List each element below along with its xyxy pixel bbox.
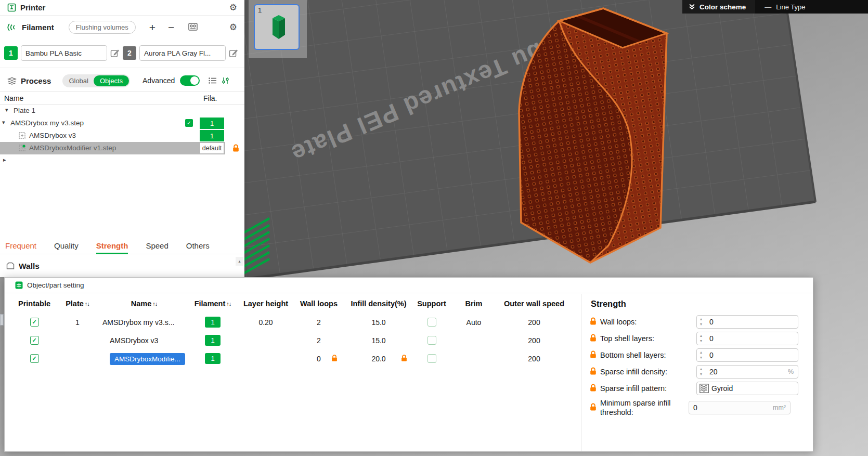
- printable-checkbox[interactable]: ✓: [30, 336, 39, 345]
- global-objects-toggle[interactable]: Global Objects: [62, 74, 130, 87]
- advanced-label: Advanced: [142, 76, 175, 85]
- advanced-toggle[interactable]: [180, 75, 200, 86]
- table-row[interactable]: ✓ 1 AMSDrybox my v3.s... 1 0.20 2 15.0 A…: [5, 313, 581, 331]
- lock-icon[interactable]: [401, 354, 407, 363]
- flushing-volumes-button[interactable]: Flushing volumes: [69, 21, 136, 34]
- tree-row-amsdrybox-v3[interactable]: AMSDrybox v3 1: [0, 129, 244, 142]
- printer-icon: [7, 3, 16, 12]
- selected-name-chip[interactable]: AMSDryboxModifie...: [110, 353, 185, 365]
- ams-icon[interactable]: [188, 22, 198, 32]
- filament-2-edit-icon[interactable]: [229, 48, 238, 58]
- color-scheme-dropdown[interactable]: Color scheme: [682, 0, 755, 14]
- filament-chip[interactable]: 1: [205, 353, 221, 364]
- col-brim: Brim: [465, 299, 482, 308]
- lock-icon[interactable]: [590, 384, 597, 393]
- setting-label: Top shell layers:: [600, 334, 696, 343]
- spinner[interactable]: ▴▾: [700, 367, 702, 377]
- dialog-title-bar[interactable]: Object/part setting: [5, 278, 813, 293]
- toggle-global[interactable]: Global: [63, 75, 94, 86]
- gyroid-pattern-icon: [699, 384, 709, 393]
- col-plate[interactable]: Plate↑↓: [66, 299, 89, 308]
- scroll-up-button[interactable]: ▲: [236, 257, 243, 266]
- panel-edge-handle[interactable]: [0, 314, 4, 325]
- setting-label: Sparse infill density:: [600, 367, 696, 376]
- wall-loops-input[interactable]: ▴▾ 0: [696, 315, 798, 329]
- table-row-selected[interactable]: ✓ AMSDryboxModifie... 1 0 20.0: [5, 349, 581, 368]
- col-filament[interactable]: Filament↑↓: [195, 299, 231, 308]
- setting-min-infill-threshold: Minimum sparse infill threshold: 0 mm²: [590, 398, 798, 417]
- printable-checkbox[interactable]: ✓: [30, 354, 39, 363]
- sort-icon: ↑↓: [85, 301, 89, 307]
- caret-down-icon[interactable]: ▾: [2, 119, 5, 126]
- tab-frequent[interactable]: Frequent: [5, 237, 36, 254]
- caret-right-icon[interactable]: ▸: [3, 157, 6, 163]
- spinner[interactable]: ▴▾: [700, 350, 702, 360]
- process-section-header: Process Global Objects Advanced: [0, 71, 244, 90]
- setting-label: Bottom shell layers:: [600, 350, 696, 360]
- setting-label: Sparse infill pattern:: [600, 384, 696, 393]
- tree-row-collapsed[interactable]: ▸: [0, 154, 244, 167]
- speed-cell: 200: [528, 336, 540, 345]
- top-shell-layers-input[interactable]: ▴▾ 0: [696, 332, 798, 345]
- tree-row-modifier[interactable]: AMSDryboxModifier v1.step default: [0, 142, 244, 154]
- filament-chip[interactable]: 1: [205, 335, 221, 346]
- tune-sliders-icon[interactable]: [222, 77, 230, 84]
- filament-1-select[interactable]: Bambu PLA Basic: [21, 45, 107, 61]
- add-filament-button[interactable]: +: [149, 22, 156, 33]
- caret-down-icon[interactable]: ▾: [5, 107, 8, 113]
- tree-row-label: AMSDrybox my v3.step: [10, 119, 84, 127]
- process-tabs: Frequent Quality Strength Speed Others: [0, 237, 244, 254]
- lock-icon[interactable]: [590, 317, 597, 327]
- lock-icon[interactable]: [590, 403, 597, 412]
- tab-speed[interactable]: Speed: [146, 237, 168, 254]
- filament-2-select[interactable]: Aurora PLA Gray Fl...: [139, 45, 226, 61]
- visibility-checkbox[interactable]: ✓: [185, 119, 193, 127]
- filament-cell[interactable]: 1: [200, 130, 224, 141]
- line-type-dropdown[interactable]: — Line Type: [755, 0, 868, 14]
- plate-right-edge: [769, 0, 815, 202]
- object-tree: Name Fila. ▾ Plate 1 ▾ AMSDrybox my v3.s…: [0, 92, 244, 167]
- support-checkbox[interactable]: [427, 354, 436, 363]
- sparse-infill-density-input[interactable]: ▴▾ 20 %: [696, 365, 798, 379]
- drybox-model[interactable]: [519, 8, 667, 263]
- filament-1-color-swatch[interactable]: 1: [4, 46, 18, 60]
- tree-row-plate-1[interactable]: ▾ Plate 1: [0, 105, 244, 117]
- lock-icon[interactable]: [590, 334, 597, 343]
- toggle-objects[interactable]: Objects: [94, 75, 129, 86]
- lock-icon[interactable]: [232, 144, 239, 153]
- printable-checkbox[interactable]: ✓: [30, 318, 39, 327]
- walls-section-header[interactable]: Walls: [0, 255, 244, 277]
- filament-settings-gear-icon[interactable]: ⚙: [229, 23, 237, 32]
- tab-others[interactable]: Others: [186, 237, 210, 254]
- plate-thumbnail[interactable]: 1: [254, 4, 300, 50]
- sparse-infill-pattern-select[interactable]: Gyroid: [696, 382, 798, 395]
- support-checkbox[interactable]: [427, 336, 436, 345]
- lock-icon[interactable]: [590, 367, 597, 376]
- speed-cell: 200: [528, 318, 540, 327]
- object-tree-header: Name Fila.: [0, 92, 244, 105]
- col-name[interactable]: Name↑↓: [131, 299, 158, 308]
- min-infill-threshold-input[interactable]: 0 mm²: [689, 401, 791, 414]
- spinner[interactable]: ▴▾: [700, 317, 702, 327]
- filament-icon: [7, 23, 18, 32]
- filament-chip[interactable]: 1: [205, 317, 221, 328]
- filament-cell[interactable]: 1: [200, 118, 224, 129]
- infill-cell: 15.0: [371, 318, 385, 327]
- bottom-shell-layers-input[interactable]: ▴▾ 0: [696, 348, 798, 362]
- printer-settings-gear-icon[interactable]: ⚙: [229, 3, 237, 12]
- parameter-list-icon[interactable]: [208, 77, 217, 84]
- tab-quality[interactable]: Quality: [54, 237, 79, 254]
- support-checkbox[interactable]: [427, 318, 436, 327]
- spinner[interactable]: ▴▾: [700, 333, 702, 344]
- filament-cell[interactable]: default: [200, 142, 224, 154]
- lock-icon[interactable]: [590, 350, 597, 360]
- remove-filament-button[interactable]: −: [168, 22, 174, 33]
- process-title: Process: [21, 76, 51, 85]
- table-row[interactable]: ✓ AMSDrybox v3 1 2 15.0 200: [5, 331, 581, 349]
- filament-2-color-swatch[interactable]: 2: [123, 46, 136, 60]
- lock-icon[interactable]: [331, 354, 338, 363]
- tab-strength[interactable]: Strength: [96, 237, 128, 254]
- filament-1-edit-icon[interactable]: [110, 48, 120, 58]
- col-printable: Printable: [18, 299, 50, 308]
- tree-row-amsdrybox-step[interactable]: ▾ AMSDrybox my v3.step ✓ 1: [0, 117, 244, 129]
